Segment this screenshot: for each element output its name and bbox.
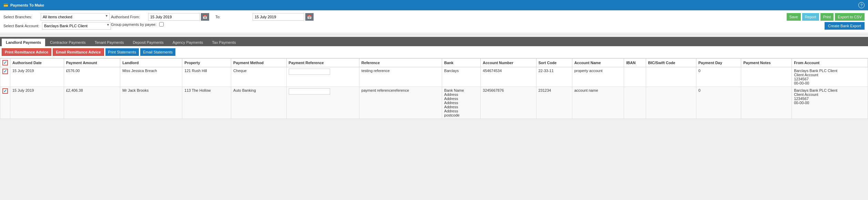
cell-auth-date: 15 July 2019 — [10, 87, 64, 119]
col-payment-notes: Payment Notes — [741, 59, 792, 67]
cell-account-number: 454674534 — [481, 67, 536, 87]
buttons-right: Save Report Print Export to CSV Create B… — [787, 13, 865, 30]
app-icon: 💳 — [3, 3, 8, 8]
email-remittance-button[interactable]: Email Remittance Advice — [53, 48, 104, 56]
table-container: Authorised Date Payment Amount Landlord … — [0, 58, 868, 119]
to-date-wrapper: 📅 — [253, 13, 314, 21]
col-method: Payment Method — [231, 59, 286, 67]
cell-iban — [624, 87, 646, 119]
group-payments-label: Group payments by payee: — [111, 22, 156, 27]
col-sort-code: Sort Code — [536, 59, 572, 67]
form-left: Select Branches: All items checked Selec… — [3, 13, 111, 30]
auth-from-input[interactable] — [148, 13, 200, 21]
auth-from-row: Authorised From: 📅 To: 📅 — [111, 13, 314, 21]
tab-tenant-payments[interactable]: Tenant Payments — [90, 39, 128, 46]
auth-from-calendar-icon[interactable]: 📅 — [201, 13, 209, 21]
col-payment-day: Payment Day — [696, 59, 741, 67]
cell-payment-day: 0 — [696, 87, 741, 119]
to-label: To: — [215, 15, 250, 19]
col-account-name: Account Name — [572, 59, 624, 67]
select-branches-wrapper: All items checked — [41, 13, 110, 21]
select-bank-input[interactable]: Barclays Bank PLC Client — [42, 22, 111, 30]
tab-landlord-payments[interactable]: Landlord Payments — [2, 39, 45, 46]
cell-amount: £2,406.38 — [64, 87, 120, 119]
action-buttons-row: Print Remittance Advice Email Remittance… — [0, 46, 868, 58]
col-bank: Bank — [442, 59, 481, 67]
cell-from-account: Barclays Bank PLC Client Client Account … — [792, 67, 868, 87]
email-statements-button[interactable]: Email Statements — [140, 48, 175, 56]
to-input[interactable] — [253, 13, 304, 21]
print-button[interactable]: Print — [820, 13, 834, 21]
cell-bank: Bank Name Address Address Address Addres… — [442, 87, 481, 119]
bank-export-row: Create Bank Export — [825, 22, 865, 30]
cell-sort-code: 231234 — [536, 87, 572, 119]
to-calendar-icon[interactable]: 📅 — [305, 13, 314, 21]
cell-bic — [646, 87, 696, 119]
row-checkbox-0[interactable] — [2, 69, 8, 74]
cell-auth-date: 15 July 2019 — [10, 67, 64, 87]
select-branches-row: Select Branches: All items checked — [3, 13, 111, 21]
select-branches-input[interactable]: All items checked — [41, 13, 110, 21]
save-button[interactable]: Save — [787, 13, 801, 21]
cell-method: Auto Banking — [231, 87, 286, 119]
select-bank-label: Select Bank Account: — [3, 24, 39, 28]
tab-deposit-payments[interactable]: Deposit Payments — [129, 39, 167, 46]
export-csv-button[interactable]: Export to CSV — [835, 13, 865, 21]
tab-contractor-payments[interactable]: Contractor Payments — [46, 39, 90, 46]
cell-payment-notes — [741, 67, 792, 87]
cell-reference: payment referencereference — [359, 87, 442, 119]
cell-method: Cheque — [231, 67, 286, 87]
cell-bic — [646, 67, 696, 87]
col-account-number: Account Number — [481, 59, 536, 67]
cell-iban — [624, 67, 646, 87]
col-iban: IBAN — [624, 59, 646, 67]
divider — [0, 34, 868, 35]
select-bank-wrapper: Barclays Bank PLC Client — [42, 22, 111, 30]
help-icon[interactable]: ? — [858, 2, 865, 8]
auth-from-date-wrapper: 📅 — [148, 13, 209, 21]
col-landlord: Landlord — [120, 59, 182, 67]
row-checkbox-1[interactable] — [2, 88, 8, 94]
report-button[interactable]: Report — [802, 13, 819, 21]
cell-bank: Barclays — [442, 67, 481, 87]
col-property: Property — [182, 59, 231, 67]
col-check — [0, 59, 10, 67]
print-remittance-button[interactable]: Print Remittance Advice — [2, 48, 51, 56]
cell-account-number: 3245667876 — [481, 87, 536, 119]
table-row: 15 July 2019£576.00Miss Jessica Breach12… — [0, 67, 868, 87]
top-buttons-row: Save Report Print Export to CSV — [787, 13, 865, 21]
cell-property: 121 Rush Hill — [182, 67, 231, 87]
select-all-checkbox[interactable] — [2, 60, 8, 66]
cell-reference: testing reference — [359, 67, 442, 87]
cell-property: 113 The Hollow — [182, 87, 231, 119]
cell-payment-ref — [286, 87, 359, 119]
top-form-area: Select Branches: All items checked Selec… — [0, 10, 868, 32]
tab-tax-payments[interactable]: Tax Payments — [208, 39, 240, 46]
select-branches-label: Select Branches: — [3, 15, 38, 19]
col-reference: Reference — [359, 59, 442, 67]
form-center: Authorised From: 📅 To: 📅 Group payments … — [111, 13, 314, 27]
payment-ref-input-1[interactable] — [289, 88, 330, 94]
app-title: 💳 Payments To Make — [3, 3, 44, 8]
col-payment-ref: Payment Reference — [286, 59, 359, 67]
cell-from-account: Barclays Bank PLC Client Client Account … — [792, 87, 868, 119]
cell-account-name: account name — [572, 87, 624, 119]
cell-payment-notes — [741, 87, 792, 119]
select-bank-row: Select Bank Account: Barclays Bank PLC C… — [3, 22, 111, 30]
payments-table: Authorised Date Payment Amount Landlord … — [0, 58, 868, 119]
col-from-account: From Account — [792, 59, 868, 67]
tab-agency-payments[interactable]: Agency Payments — [169, 39, 207, 46]
payment-ref-input-0[interactable] — [289, 69, 330, 75]
create-bank-export-button[interactable]: Create Bank Export — [825, 22, 865, 30]
group-payments-row: Group payments by payee: — [111, 22, 314, 27]
cell-account-name: property account — [572, 67, 624, 87]
cell-landlord: Miss Jessica Breach — [120, 67, 182, 87]
group-payments-checkbox[interactable] — [159, 22, 164, 27]
cell-payment-ref — [286, 67, 359, 87]
cell-landlord: Mr Jack Brooks — [120, 87, 182, 119]
cell-amount: £576.00 — [64, 67, 120, 87]
table-body: 15 July 2019£576.00Miss Jessica Breach12… — [0, 67, 868, 119]
header-bar: 💳 Payments To Make ? — [0, 0, 868, 10]
table-header-row: Authorised Date Payment Amount Landlord … — [0, 59, 868, 67]
print-statements-button[interactable]: Print Statements — [105, 48, 139, 56]
